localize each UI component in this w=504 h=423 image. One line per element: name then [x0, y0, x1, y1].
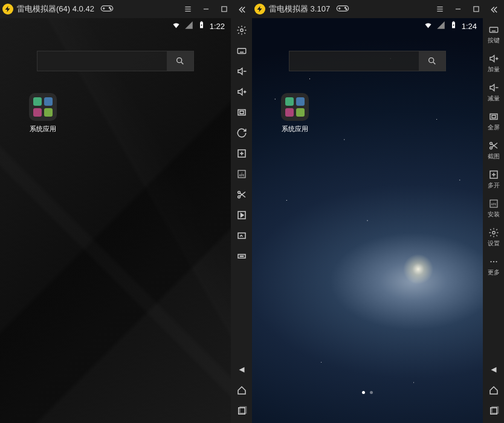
volume-down-button[interactable]: 减量 [485, 82, 503, 103]
svg-point-14 [177, 58, 182, 63]
svg-marker-24 [238, 89, 242, 95]
svg-rect-71 [490, 114, 497, 120]
svg-point-3 [109, 7, 110, 8]
svg-line-15 [181, 62, 183, 64]
screenshot-icon[interactable] [236, 230, 248, 242]
titlebar-left: 雷电模拟器(64) 4.0.42 [0, 0, 252, 18]
search-input[interactable] [289, 57, 419, 66]
multi-instance-button[interactable]: 多开 [485, 169, 503, 190]
system-apps-folder[interactable]: 系统应用 [277, 93, 312, 134]
svg-rect-57 [474, 7, 479, 11]
app-logo-icon [254, 4, 265, 15]
folder-icon [281, 93, 309, 121]
svg-marker-69 [490, 85, 494, 91]
maximize-button[interactable] [217, 2, 231, 16]
battery-icon [449, 21, 458, 31]
svg-point-83 [490, 261, 491, 262]
back-icon[interactable] [488, 364, 500, 376]
app-logo-icon [2, 4, 13, 15]
svg-rect-28 [240, 111, 244, 114]
recent-icon[interactable] [488, 405, 500, 417]
svg-text:+: + [241, 172, 242, 174]
svg-text:APK: APK [491, 203, 496, 206]
svg-rect-64 [489, 27, 498, 32]
recent-icon[interactable] [236, 405, 248, 417]
maximize-button[interactable] [469, 2, 483, 16]
volume-up-icon[interactable] [236, 86, 248, 98]
fullscreen-icon[interactable] [236, 106, 248, 118]
signal-icon [184, 21, 193, 31]
add-icon[interactable] [236, 147, 248, 160]
folder-icon [29, 93, 57, 121]
page-indicator [362, 391, 373, 394]
svg-point-36 [237, 196, 240, 198]
app-label: 系统应用 [282, 124, 308, 134]
gamepad-icon[interactable] [334, 4, 349, 15]
more-button[interactable]: 更多 [485, 256, 503, 277]
svg-point-52 [346, 8, 347, 10]
svg-point-51 [345, 7, 346, 8]
android-statusbar: 1:22 [166, 18, 231, 34]
svg-point-74 [489, 147, 492, 149]
svg-rect-61 [453, 21, 454, 22]
settings-button[interactable]: 设置 [485, 227, 503, 248]
clock-text: 1:24 [462, 22, 477, 31]
emulator-screen-right[interactable]: 1:24 系统应用 [252, 18, 483, 423]
window-title: 雷电模拟器(64) 4.0.42 [17, 4, 94, 15]
search-button[interactable] [167, 51, 193, 71]
svg-point-43 [240, 256, 241, 256]
back-icon[interactable] [236, 364, 248, 376]
more-icon[interactable] [236, 250, 248, 262]
collapse-icon[interactable] [488, 4, 500, 16]
search-box[interactable] [37, 51, 194, 71]
clock-text: 1:22 [210, 22, 225, 31]
svg-rect-17 [237, 48, 246, 53]
volume-down-icon[interactable] [236, 65, 248, 77]
svg-point-82 [492, 231, 495, 234]
svg-point-85 [496, 261, 497, 262]
emulator-screen-left[interactable]: 1:22 系统应用 [0, 18, 231, 423]
apk-icon[interactable]: +APK [236, 168, 248, 180]
wifi-icon [172, 21, 181, 31]
home-icon[interactable] [488, 384, 500, 396]
svg-point-73 [489, 142, 492, 144]
search-box[interactable] [289, 51, 446, 71]
screenshot-button[interactable]: 截图 [485, 140, 503, 161]
battery-icon [197, 21, 206, 31]
svg-point-45 [242, 256, 243, 256]
toolbar-right: 按键 加量 减量 全屏 截图 多开 APK安装 设置 更多 [483, 0, 504, 423]
install-apk-button[interactable]: APK安装 [485, 198, 503, 219]
menu-button[interactable] [181, 2, 195, 16]
keyboard-icon[interactable] [236, 45, 248, 57]
svg-marker-40 [241, 213, 244, 217]
svg-rect-13 [201, 21, 202, 22]
svg-point-84 [493, 261, 494, 262]
scissors-icon[interactable] [236, 189, 248, 201]
android-statusbar: 1:24 [418, 18, 483, 34]
keymap-button[interactable]: 按键 [485, 24, 503, 45]
minimize-button[interactable] [199, 2, 213, 16]
system-apps-folder[interactable]: 系统应用 [25, 93, 60, 134]
volume-up-button[interactable]: 加量 [485, 53, 503, 74]
fullscreen-button[interactable]: 全屏 [485, 111, 503, 132]
search-input[interactable] [37, 57, 167, 66]
svg-point-4 [110, 8, 111, 10]
app-label: 系统应用 [30, 124, 56, 134]
minimize-button[interactable] [451, 2, 465, 16]
svg-line-63 [433, 62, 435, 64]
svg-rect-72 [492, 115, 496, 118]
svg-point-35 [237, 191, 240, 193]
svg-rect-9 [222, 7, 227, 11]
rotate-icon[interactable] [236, 127, 248, 139]
search-button[interactable] [419, 51, 445, 71]
titlebar-right: 雷电模拟器 3.107 [252, 0, 504, 18]
svg-rect-27 [238, 110, 245, 115]
settings-icon[interactable] [236, 24, 248, 36]
collapse-icon[interactable] [236, 4, 248, 16]
home-icon[interactable] [236, 384, 248, 396]
gamepad-icon[interactable] [98, 4, 114, 15]
signal-icon [436, 21, 445, 31]
menu-button[interactable] [433, 2, 447, 16]
svg-text:APK: APK [239, 174, 244, 177]
play-icon[interactable] [236, 209, 248, 221]
